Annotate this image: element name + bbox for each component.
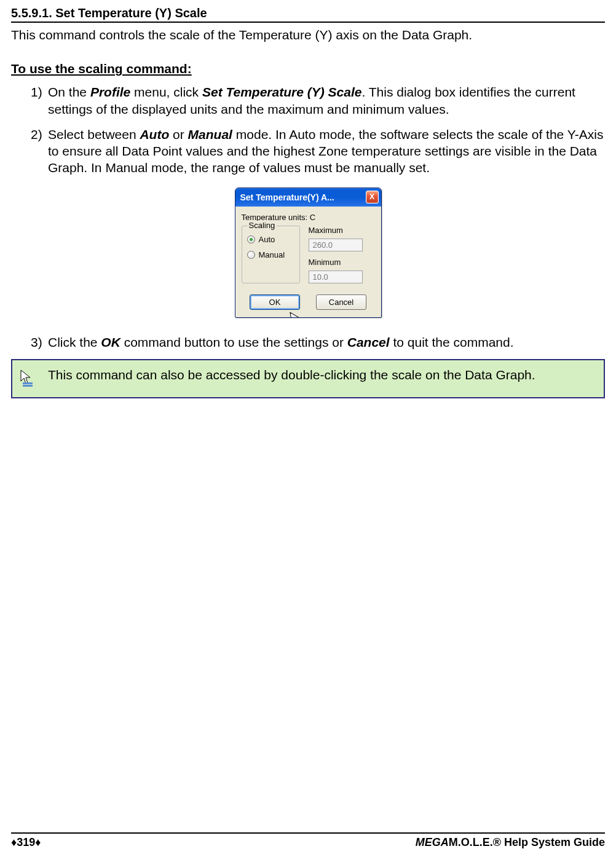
- step2-text-c: or: [169, 127, 188, 141]
- footer-guide: MEGAM.O.L.E.® Help System Guide: [416, 836, 605, 849]
- ok-button-label: OK: [269, 298, 281, 307]
- tip-box: This command can also be accessed by dou…: [11, 359, 605, 398]
- svg-rect-1: [23, 385, 33, 387]
- dialog-buttons: OK Cancel: [242, 294, 375, 310]
- manual-radio-label: Manual: [259, 250, 285, 259]
- minimum-label: Minimum: [309, 258, 363, 267]
- steps-list: 1) On the Profile menu, click Set Temper…: [31, 84, 605, 176]
- close-button[interactable]: X: [366, 191, 379, 203]
- maximum-input: [309, 239, 363, 251]
- step3-cancel: Cancel: [347, 335, 390, 349]
- step1-text-a: On the: [48, 85, 90, 99]
- manual-radio[interactable]: [247, 251, 255, 259]
- step1-command: Set Temperature (Y) Scale: [202, 85, 362, 99]
- manual-radio-row[interactable]: Manual: [247, 250, 294, 259]
- list-number: 3): [31, 334, 42, 350]
- ok-button[interactable]: OK: [250, 294, 300, 310]
- auto-radio[interactable]: [247, 235, 255, 243]
- step-1: 1) On the Profile menu, click Set Temper…: [31, 84, 605, 117]
- list-number: 1): [31, 84, 42, 100]
- step2-auto: Auto: [140, 127, 169, 141]
- step-2: 2) Select between Auto or Manual mode. I…: [31, 126, 605, 176]
- step3-text-c: command button to use the settings or: [120, 335, 347, 349]
- steps-list-cont: 3) Click the OK command button to use th…: [31, 334, 605, 350]
- page-number: ♦319♦: [11, 836, 41, 849]
- scaling-groupbox: Scaling Auto Manual: [242, 226, 300, 283]
- close-icon: X: [369, 192, 374, 201]
- tip-text: This command can also be accessed by dou…: [48, 366, 535, 383]
- step3-text-e: to quit the command.: [390, 335, 514, 349]
- step3-ok: OK: [101, 335, 120, 349]
- auto-radio-row[interactable]: Auto: [247, 235, 294, 244]
- page-footer: ♦319♦ MEGAM.O.L.E.® Help System Guide: [11, 832, 605, 849]
- dialog-titlebar[interactable]: Set Temperature(Y) A... X: [235, 188, 381, 207]
- range-fields: Maximum Minimum: [309, 226, 363, 283]
- cancel-button[interactable]: Cancel: [316, 294, 366, 310]
- section-header: 5.5.9.1. Set Temperature (Y) Scale: [11, 6, 605, 23]
- footer-guide-rest: M.O.L.E.® Help System Guide: [449, 836, 605, 848]
- auto-radio-label: Auto: [259, 235, 275, 244]
- footer-guide-italic: MEGA: [416, 836, 449, 848]
- dialog-title: Set Temperature(Y) A...: [240, 192, 334, 202]
- intro-text: This command controls the scale of the T…: [11, 26, 605, 43]
- step3-text-a: Click the: [48, 335, 101, 349]
- minimum-input: [309, 271, 363, 283]
- step1-text-c: menu, click: [130, 85, 202, 99]
- svg-rect-0: [23, 382, 33, 384]
- step2-manual: Manual: [188, 127, 232, 141]
- dialog-body: Temperature units: C Scaling Auto Manual…: [235, 207, 381, 317]
- cancel-button-label: Cancel: [329, 298, 353, 307]
- step-3: 3) Click the OK command button to use th…: [31, 334, 605, 350]
- cursor-note-icon: [20, 369, 37, 391]
- set-temperature-dialog: Set Temperature(Y) A... X Temperature un…: [235, 188, 382, 318]
- step1-profile: Profile: [90, 85, 130, 99]
- maximum-label: Maximum: [309, 226, 363, 235]
- dialog-container: Set Temperature(Y) A... X Temperature un…: [11, 188, 605, 318]
- scaling-label: Scaling: [247, 221, 277, 230]
- step2-text-a: Select between: [48, 127, 140, 141]
- sub-header: To use the scaling command:: [11, 61, 605, 76]
- list-number: 2): [31, 126, 42, 143]
